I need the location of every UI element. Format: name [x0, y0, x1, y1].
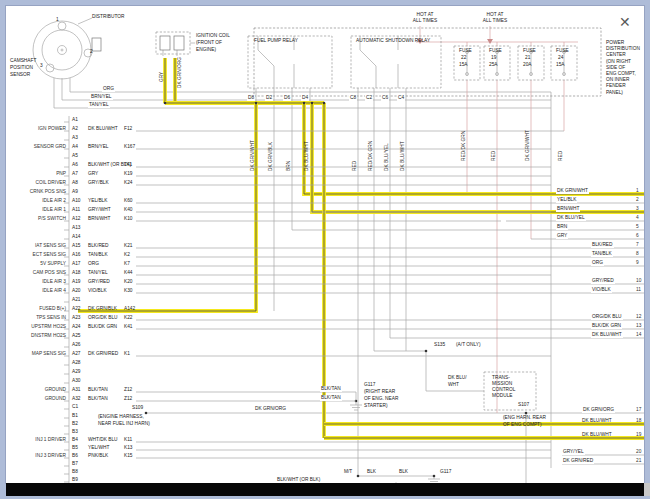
component-box: [351, 36, 441, 88]
distributor-circle: [58, 46, 67, 55]
junction-dot: [357, 475, 360, 478]
component-box: [174, 36, 184, 50]
junction-dot: [303, 102, 306, 105]
component-box: [156, 32, 190, 54]
component-box: [254, 28, 601, 96]
down-arrow-icon: [487, 39, 493, 44]
junction-dot: [425, 350, 428, 353]
component-box: [484, 372, 536, 410]
junction-dot: [311, 102, 314, 105]
down-arrow-icon: [417, 39, 423, 44]
component-box: [92, 38, 101, 51]
wire: [78, 18, 92, 24]
horizontal-scrollbar[interactable]: [6, 483, 644, 496]
highlighted-wire-core: [78, 103, 256, 311]
distributor-circle: [58, 22, 66, 30]
distributor-circle: [61, 49, 63, 51]
highlighted-wire: [304, 103, 644, 194]
junction-dot: [164, 102, 167, 105]
junction-dot: [255, 102, 258, 105]
wire: [258, 50, 274, 66]
component-box: [160, 36, 170, 50]
close-icon[interactable]: ✕: [619, 14, 631, 30]
wiring-svg: [6, 6, 644, 483]
wire: [360, 50, 376, 66]
distributor-circle: [42, 30, 82, 70]
highlighted-wire: [78, 103, 256, 311]
viewer-frame: { "frame": { "close": "✕" }, "distributo…: [0, 0, 650, 499]
junction-dot: [525, 412, 528, 415]
highlighted-wire-core: [304, 103, 644, 194]
junction-dot: [323, 102, 326, 105]
scrollbar-corner: [644, 483, 650, 496]
diagram-canvas[interactable]: FUSE2215AFUSE1925AFUSE2120AFUSE2415AA1A2…: [6, 6, 644, 483]
junction-dot: [433, 475, 436, 478]
component-box: [248, 36, 332, 88]
junction-dot: [145, 412, 148, 415]
